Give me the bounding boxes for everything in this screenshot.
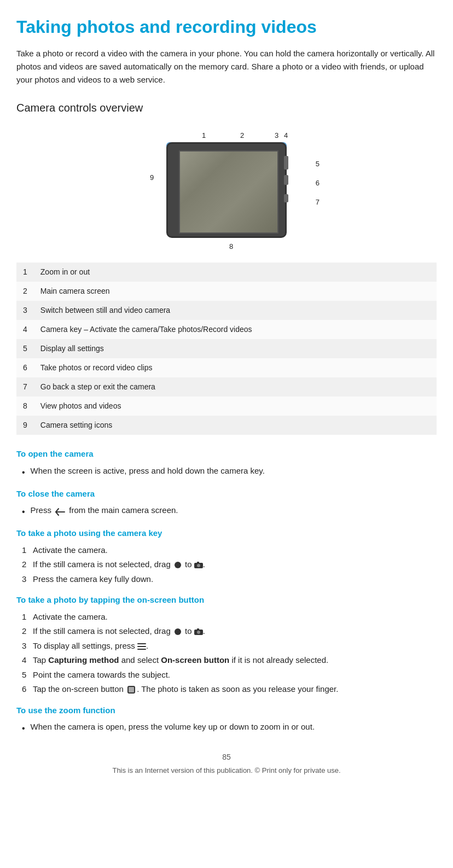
- bullet-item-close-camera-0: •Press from the main camera screen.: [22, 504, 437, 519]
- diagram-label-4: 4: [284, 130, 288, 141]
- table-desc-6: Take photos or record video clips: [34, 358, 437, 377]
- phone-body: [166, 142, 287, 238]
- camera-diagram: 1 2 3 4 5 6 7 8 9: [16, 126, 437, 252]
- table-num-7: 7: [16, 377, 34, 397]
- table-desc-8: View photos and videos: [34, 397, 437, 416]
- item-number: 4: [22, 654, 33, 667]
- svg-point-2: [197, 564, 200, 567]
- diagram-label-8: 8: [229, 241, 233, 252]
- numbered-item-take-photo-button-4: 5Point the camera towards the subject.: [22, 669, 437, 681]
- section-title-take-photo-key: To take a photo using the camera key: [16, 527, 437, 540]
- table-desc-1: Zoom in or out: [34, 263, 437, 282]
- side-button-6: [284, 175, 288, 185]
- table-desc-9: Camera setting icons: [34, 416, 437, 435]
- numbered-item-take-photo-key-1: 2If the still camera is not selected, dr…: [22, 558, 437, 571]
- page-title: Taking photos and recording videos: [16, 16, 437, 37]
- page-number: 85: [16, 752, 437, 763]
- intro-paragraph: Take a photo or record a video with the …: [16, 47, 437, 86]
- table-num-5: 5: [16, 339, 34, 358]
- diagram-label-3: 3: [275, 130, 278, 141]
- svg-rect-7: [137, 643, 146, 644]
- svg-point-5: [197, 631, 200, 634]
- table-num-2: 2: [16, 282, 34, 301]
- item-number: 3: [22, 573, 33, 586]
- camera-small-icon: [194, 626, 203, 636]
- section-title-take-photo-button: To take a photo by tapping the on-screen…: [16, 594, 437, 607]
- item-number: 2: [22, 625, 33, 638]
- numbered-item-take-photo-button-3: 4Tap Capturing method and select On-scre…: [22, 654, 437, 667]
- numbered-item-take-photo-button-5: 6Tap the on-screen button . The photo is…: [22, 683, 437, 696]
- table-num-6: 6: [16, 358, 34, 377]
- item-number: 6: [22, 683, 33, 696]
- table-num-9: 9: [16, 416, 34, 435]
- item-text-3: Tap Capturing method and select On-scree…: [33, 654, 328, 667]
- numbered-item-take-photo-key-2: 3Press the camera key fully down.: [22, 573, 437, 586]
- section-title-close-camera: To close the camera: [16, 488, 437, 500]
- bullet-dot: •: [22, 466, 25, 479]
- numbered-item-take-photo-button-0: 1Activate the camera.: [22, 611, 437, 624]
- svg-rect-8: [137, 646, 146, 647]
- item-number: 3: [22, 640, 33, 653]
- screen-inner: [180, 152, 277, 232]
- bullet-item-zoom-function-0: •When the camera is open, press the volu…: [22, 721, 437, 735]
- diagram-label-7: 7: [316, 197, 320, 208]
- table-num-8: 8: [16, 397, 34, 416]
- circle-icon: [175, 628, 181, 635]
- controls-table: 1Zoom in or out2Main camera screen3Switc…: [16, 263, 437, 435]
- svg-rect-9: [137, 649, 146, 650]
- item-text-1: If the still camera is not selected, dra…: [33, 558, 205, 571]
- diagram-label-5: 5: [316, 159, 320, 170]
- side-button-5: [284, 156, 288, 170]
- item-number: 1: [22, 611, 33, 624]
- item-text-4: Point the camera towards the subject.: [33, 669, 170, 681]
- item-text-2: To display all settings, press .: [33, 640, 148, 653]
- bold-on-screen-button: On-screen button: [161, 655, 229, 665]
- bullet-text: When the screen is active, press and hol…: [31, 465, 265, 477]
- numbered-item-take-photo-key-0: 1Activate the camera.: [22, 544, 437, 557]
- bullet-item-open-camera-0: •When the screen is active, press and ho…: [22, 465, 437, 479]
- numbered-list-take-photo-key: 1Activate the camera.2If the still camer…: [22, 544, 437, 586]
- svg-rect-3: [197, 562, 199, 563]
- bullet-text: When the camera is open, press the volum…: [31, 721, 315, 733]
- table-num-4: 4: [16, 320, 34, 339]
- bold-capturing-method: Capturing method: [48, 655, 119, 665]
- item-text-0: Activate the camera.: [33, 544, 108, 557]
- item-number: 5: [22, 669, 33, 681]
- table-desc-7: Go back a step or exit the camera: [34, 377, 437, 397]
- back-arrow-icon: [55, 507, 65, 515]
- copyright-text: This is an Internet version of this publ…: [112, 766, 340, 774]
- item-text-0: Activate the camera.: [33, 611, 108, 624]
- numbered-item-take-photo-button-2: 3To display all settings, press .: [22, 640, 437, 653]
- diagram-label-2: 2: [240, 130, 244, 141]
- bullet-dot: •: [22, 722, 25, 735]
- section-title-open-camera: To open the camera: [16, 448, 437, 461]
- item-number: 2: [22, 558, 33, 571]
- item-text-1: If the still camera is not selected, dra…: [33, 625, 205, 638]
- diagram-label-9: 9: [150, 172, 154, 183]
- side-button-7: [284, 194, 288, 202]
- camera-small-icon: [194, 560, 203, 569]
- diagram-label-1: 1: [202, 130, 206, 141]
- section-title-zoom-function: To use the zoom function: [16, 704, 437, 717]
- item-text-2: Press the camera key fully down.: [33, 573, 153, 586]
- table-desc-3: Switch between still and video camera: [34, 301, 437, 320]
- diagram-label-6: 6: [316, 178, 320, 189]
- table-desc-2: Main camera screen: [34, 282, 437, 301]
- table-desc-4: Camera key – Activate the camera/Take ph…: [34, 320, 437, 339]
- hamburger-icon: [137, 641, 146, 650]
- footer: 85 This is an Internet version of this p…: [16, 752, 437, 776]
- section-overview-title: Camera controls overview: [16, 100, 437, 116]
- numbered-list-take-photo-button: 1Activate the camera.2If the still camer…: [22, 611, 437, 696]
- item-number: 1: [22, 544, 33, 557]
- bullet-dot: •: [22, 505, 25, 519]
- phone-screen: [179, 150, 278, 234]
- bullet-text-with-icon: Press from the main camera screen.: [31, 504, 178, 517]
- table-num-3: 3: [16, 301, 34, 320]
- numbered-item-take-photo-button-1: 2If the still camera is not selected, dr…: [22, 625, 437, 638]
- item-text-5: Tap the on-screen button . The photo is …: [33, 683, 338, 696]
- shutter-icon: [127, 686, 135, 694]
- svg-rect-6: [197, 628, 199, 630]
- circle-icon: [175, 562, 181, 568]
- table-desc-5: Display all settings: [34, 339, 437, 358]
- table-num-1: 1: [16, 263, 34, 282]
